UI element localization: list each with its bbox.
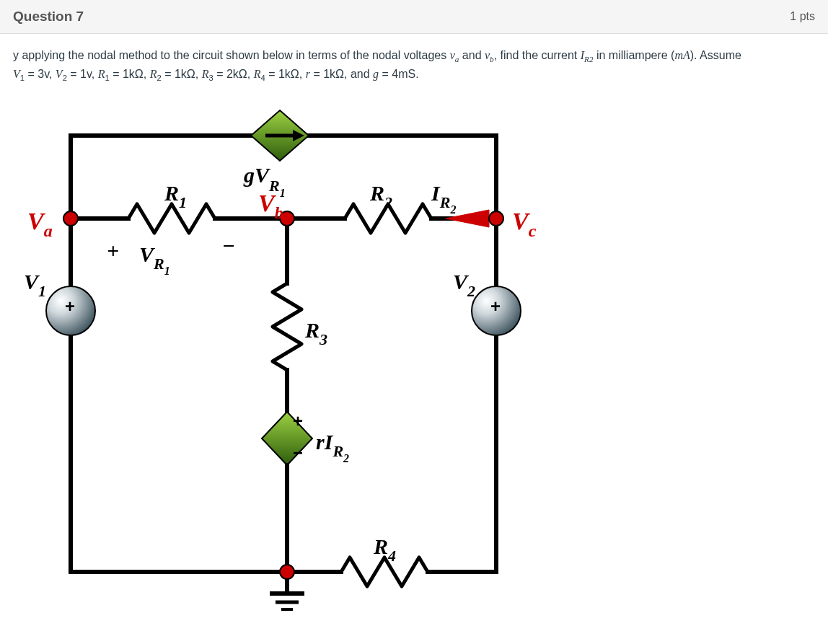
label-vc: Vc xyxy=(512,208,537,240)
label-rir2: rIR2 xyxy=(316,430,349,464)
label-v2: V2 xyxy=(453,270,475,300)
label-r2: R2 xyxy=(369,181,392,211)
question-points: 1 pts xyxy=(790,10,815,23)
node-ground xyxy=(280,565,294,579)
circuit-svg: + + + − xyxy=(13,96,561,615)
label-v1: V1 xyxy=(24,270,46,300)
question-header: Question 7 1 pts xyxy=(0,0,828,34)
label-ir2: IR2 xyxy=(431,181,456,216)
ccvs-minus: − xyxy=(293,443,303,462)
ccvs-plus: + xyxy=(293,411,303,431)
v2-plus-sign: + xyxy=(490,296,501,316)
resistor-r3 xyxy=(273,283,301,370)
prompt-text: y applying the nodal method to the circu… xyxy=(13,49,450,61)
node-va xyxy=(63,211,78,226)
label-vr1-plus: + xyxy=(107,239,119,263)
question-title: Question 7 xyxy=(13,9,84,25)
question-body: y applying the nodal method to the circu… xyxy=(0,34,828,618)
v1-plus-sign: + xyxy=(65,296,75,316)
label-va: Va xyxy=(27,208,53,240)
label-vr1: VR1 xyxy=(139,242,170,277)
question-prompt: y applying the nodal method to the circu… xyxy=(13,47,815,84)
ccvs-diamond xyxy=(262,412,312,465)
label-r3: R3 xyxy=(304,318,327,348)
label-vr1-minus: − xyxy=(222,234,235,257)
node-vc xyxy=(489,211,503,226)
circuit-diagram: + + + − xyxy=(13,92,815,615)
resistor-r1 xyxy=(128,204,215,233)
